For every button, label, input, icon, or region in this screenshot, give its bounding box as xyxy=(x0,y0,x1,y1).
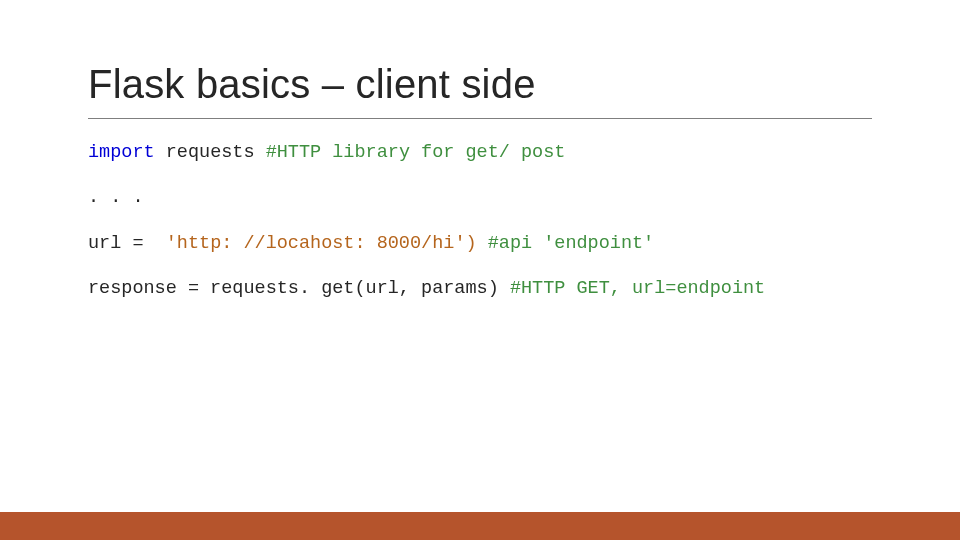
code-line-ellipsis: . . . xyxy=(88,187,765,208)
space xyxy=(155,142,166,163)
comment-3: #api 'endpoint' xyxy=(488,233,655,254)
identifier-requests: requests xyxy=(166,142,266,163)
comment-1: #HTTP library for get/ post xyxy=(266,142,566,163)
slide-title: Flask basics – client side xyxy=(88,62,536,107)
keyword-import: import xyxy=(88,142,155,163)
footer-bar xyxy=(0,512,960,540)
slide: Flask basics – client side import reques… xyxy=(0,0,960,540)
comment-4: #HTTP GET, url=endpoint xyxy=(510,278,765,299)
response-assign: response = requests. get(url, params) xyxy=(88,278,510,299)
code-block: import requests #HTTP library for get/ p… xyxy=(88,142,765,323)
code-line-3: url = 'http: //locahost: 8000/hi') #api … xyxy=(88,233,765,254)
string-url-part2: hi') xyxy=(432,233,488,254)
code-line-4: response = requests. get(url, params) #H… xyxy=(88,278,765,299)
string-url-part1: 'http: //locahost: 8000/ xyxy=(155,233,433,254)
code-line-1: import requests #HTTP library for get/ p… xyxy=(88,142,765,163)
title-underline xyxy=(88,118,872,119)
url-assign: url = xyxy=(88,233,155,254)
